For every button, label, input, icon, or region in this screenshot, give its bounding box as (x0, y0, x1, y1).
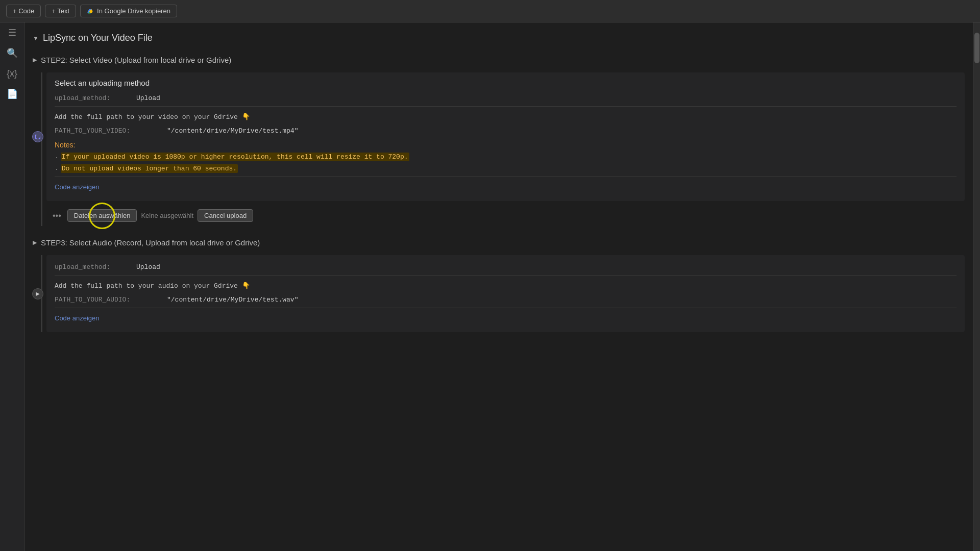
step3-header[interactable]: ▶ STEP3: Select Audio (Record, Upload fr… (24, 234, 973, 251)
step3-separator-2 (55, 308, 957, 308)
sidebar-search-icon[interactable]: 🔍 (6, 47, 18, 59)
upload-method-field-label: upload_method: (55, 94, 136, 102)
audio-path-value: "/content/drive/MyDrive/test.wav" (167, 296, 298, 304)
right-scrollbar[interactable] (973, 22, 980, 551)
upload-method-field-value: Upload (136, 94, 160, 102)
note2-text: Do not upload videos longer than 60 seco… (61, 164, 238, 173)
audio-upload-method-row: upload_method: Upload (55, 261, 957, 273)
note2-item: . Do not upload videos longer than 60 se… (55, 163, 957, 174)
add-code-button[interactable]: + Code (6, 5, 41, 17)
step2-title: STEP2: Select Video (Upload from local d… (41, 56, 231, 64)
sidebar: ☰ 🔍 {x} 📄 (0, 22, 24, 551)
upload-method-row: upload_method: Upload (55, 92, 957, 104)
video-path-label: PATH_TO_YOUR_VIDEO: (55, 127, 167, 135)
notes-heading: Notes: (55, 137, 957, 151)
audio-upload-method-field-value: Upload (136, 263, 160, 271)
notebook-content: ▼ LipSync on Your Video File ▶ STEP2: Se… (24, 22, 973, 551)
step3-section: ▶ STEP3: Select Audio (Record, Upload fr… (24, 234, 973, 332)
cell-separator-1 (55, 106, 957, 107)
sidebar-menu-icon[interactable]: ☰ (6, 27, 18, 39)
step3-cell-content: upload_method: Upload Add the full path … (46, 255, 965, 332)
step2-choose-file-button[interactable]: Dateien auswählen (67, 209, 137, 222)
step3-chevron-icon: ▶ (33, 239, 37, 246)
audio-path-label: PATH_TO_YOUR_AUDIO: (55, 296, 167, 304)
step2-upload-row: ••• Dateien auswählen Keine ausgewählt C… (42, 205, 973, 226)
step2-chevron-icon: ▶ (33, 57, 37, 63)
step3-separator-1 (55, 275, 957, 276)
audio-upload-method-field-label: upload_method: (55, 263, 136, 271)
step3-upload-method-cell: ▶ upload_method: Upload Add the full pat… (46, 255, 965, 332)
sidebar-files-icon[interactable]: 📄 (6, 88, 18, 100)
step2-upload-method-cell: Select an uploading method upload_method… (46, 72, 965, 201)
top-toolbar: + Code + Text In Google Drive kopieren (0, 0, 980, 22)
step3-cell-container: ▶ upload_method: Upload Add the full pat… (41, 255, 973, 332)
file-choose-wrapper: Dateien auswählen (67, 209, 137, 222)
note1-text: If your uploaded video is 1080p or highe… (61, 153, 409, 161)
step2-section: ▶ STEP2: Select Video (Upload from local… (24, 52, 973, 226)
sidebar-variables-icon[interactable]: {x} (6, 67, 18, 80)
audio-gdrive-instruction: Add the full path to your audio on your … (55, 278, 957, 294)
step2-cell-content: Select an uploading method upload_method… (46, 72, 965, 201)
cell-separator-2 (55, 177, 957, 177)
step3-run-button[interactable]: ▶ (32, 288, 43, 299)
no-file-selected-text: Keine ausgewählt (141, 212, 193, 219)
step2-run-button[interactable] (32, 131, 43, 142)
notebook-title-row: ▼ LipSync on Your Video File (24, 29, 973, 47)
select-upload-label: Select an uploading method (55, 79, 957, 92)
step2-header[interactable]: ▶ STEP2: Select Video (Upload from local… (24, 52, 973, 68)
svg-point-0 (35, 134, 40, 139)
step2-dots-button[interactable]: ••• (51, 211, 63, 220)
note1-item: . If your uploaded video is 1080p or hig… (55, 151, 957, 163)
gdrive-icon (87, 8, 94, 15)
title-chevron-icon[interactable]: ▼ (33, 35, 39, 42)
scrollbar-thumb[interactable] (974, 33, 979, 63)
step2-cell-container: Select an uploading method upload_method… (41, 72, 973, 226)
gdrive-copy-button[interactable]: In Google Drive kopieren (80, 5, 177, 17)
main-layout: ☰ 🔍 {x} 📄 ▼ LipSync on Your Video File ▶… (0, 22, 980, 551)
step3-code-anzeigen-link[interactable]: Code anzeigen (55, 310, 957, 326)
step2-code-anzeigen-link[interactable]: Code anzeigen (55, 179, 957, 195)
video-path-row: PATH_TO_YOUR_VIDEO: "/content/drive/MyDr… (55, 125, 957, 137)
audio-path-row: PATH_TO_YOUR_AUDIO: "/content/drive/MyDr… (55, 294, 957, 306)
step2-cancel-upload-button[interactable]: Cancel upload (198, 209, 253, 222)
add-text-button[interactable]: + Text (45, 5, 76, 17)
video-path-value: "/content/drive/MyDrive/test.mp4" (167, 127, 298, 135)
notebook-title: LipSync on Your Video File (43, 33, 153, 43)
gdrive-path-instruction: Add the full path to your video on your … (55, 109, 957, 125)
step3-title: STEP3: Select Audio (Record, Upload from… (41, 238, 260, 247)
